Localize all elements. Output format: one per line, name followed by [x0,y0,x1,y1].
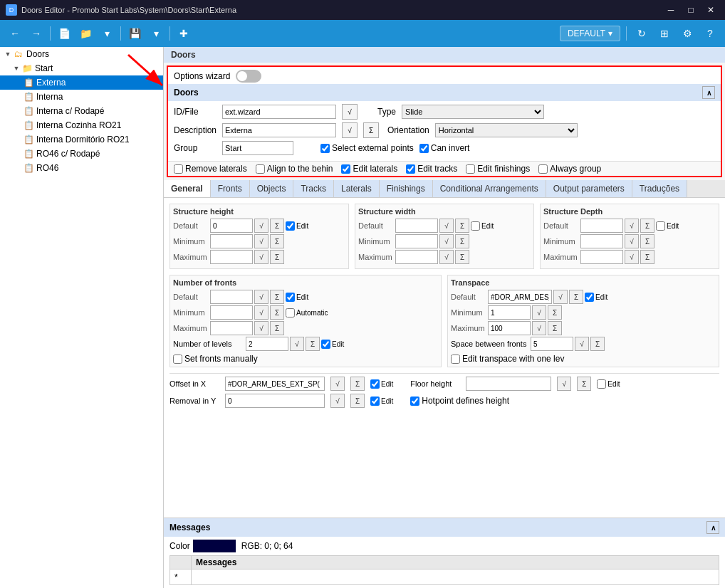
restore-button[interactable]: □ [682,3,699,17]
width-min-sigma[interactable]: Σ [455,234,469,248]
transpace-edit-checkbox[interactable]: Edit [585,293,607,302]
tab-output[interactable]: Output parameters [546,180,632,197]
width-sqrt[interactable]: √ [439,219,454,233]
messages-collapse-button[interactable]: ∧ [706,521,719,534]
levels-sigma[interactable]: Σ [306,337,320,351]
tab-fronts[interactable]: Fronts [211,180,250,197]
depth-max-sigma[interactable]: Σ [640,250,654,264]
default-button[interactable]: DEFAULT ▾ [560,26,620,41]
offset-edit-checkbox[interactable]: Edit [370,379,393,389]
fronts-min-sigma[interactable]: Σ [270,305,284,320]
offset-sqrt[interactable]: √ [330,377,345,391]
orientation-select[interactable]: Horizontal [435,123,578,137]
set-fronts-checkbox[interactable]: Set fronts manually [173,354,438,364]
sidebar-item-interna[interactable]: 📋 Interna [0,90,163,104]
edit-tracks-checkbox[interactable]: Edit tracks [406,164,457,174]
transpace-min-sqrt[interactable]: √ [532,305,546,320]
removal-sqrt[interactable]: √ [330,394,345,408]
height-min-input[interactable] [210,234,253,248]
new-button[interactable]: 📄 [55,24,73,43]
width-max-input[interactable] [395,250,438,264]
tab-tracks[interactable]: Tracks [293,180,334,197]
fronts-max-sigma[interactable]: Σ [270,321,284,335]
description-input[interactable] [222,123,336,137]
edit-finishings-checkbox[interactable]: Edit finishings [466,164,530,174]
help-button[interactable]: ? [701,24,719,43]
sqrt-icon[interactable]: √ [342,122,358,138]
edit-transpace-checkbox[interactable]: Edit transpace with one lev [451,354,716,364]
fronts-sqrt[interactable]: √ [254,290,268,304]
transpace-min-input[interactable] [488,305,531,320]
floor-edit-checkbox[interactable]: Edit [597,379,620,389]
sidebar-item-interna-cozinha[interactable]: 📋 Interna Cozinha RO21 [0,118,163,132]
removal-y-input[interactable] [225,394,325,408]
width-edit-checkbox[interactable]: Edit [471,221,494,231]
width-sigma[interactable]: Σ [455,219,469,233]
depth-max-sqrt[interactable]: √ [625,250,639,264]
table-row-msg[interactable] [192,569,719,585]
height-min-sqrt[interactable]: √ [254,234,268,248]
fronts-max-sqrt[interactable]: √ [254,321,268,335]
levels-sqrt[interactable]: √ [290,337,304,351]
depth-sigma[interactable]: Σ [640,219,654,233]
depth-default-input[interactable] [580,219,623,233]
offset-sigma[interactable]: Σ [350,377,365,391]
levels-edit-checkbox[interactable]: Edit [321,340,344,349]
fronts-min-sqrt[interactable]: √ [254,305,268,320]
id-file-input[interactable] [222,105,336,119]
height-sqrt-button[interactable]: √ [254,219,268,233]
sidebar-item-start[interactable]: ▼ 📁 Start [0,61,163,75]
fronts-edit-checkbox[interactable]: Edit [286,293,308,302]
transpace-max-sigma[interactable]: Σ [548,321,562,335]
tab-laterals[interactable]: Laterals [334,180,380,197]
fronts-default-input[interactable] [210,290,253,304]
edit-laterals-checkbox[interactable]: Edit laterals [341,164,397,174]
remove-laterals-checkbox[interactable]: Remove laterals [174,164,247,174]
back-button[interactable]: ← [6,24,24,43]
tab-conditional[interactable]: Conditional Arrangements [433,180,546,197]
floor-sqrt[interactable]: √ [557,377,571,391]
refresh-button[interactable]: ↻ [632,24,651,43]
folder-button[interactable]: 📁 [76,24,95,43]
width-default-input[interactable] [395,219,438,233]
add-button[interactable]: ✚ [174,24,193,43]
can-invert-checkbox[interactable]: Can invert [419,143,470,153]
color-preview[interactable] [193,540,236,552]
transpace-default-input[interactable] [488,290,552,304]
id-file-wizard-button[interactable]: √ [342,104,358,120]
tab-traducoes[interactable]: Traduções [632,180,687,197]
always-group-checkbox[interactable]: Always group [538,164,601,174]
close-button[interactable]: ✕ [702,3,719,17]
transpace-max-input[interactable] [488,321,531,335]
height-max-sigma[interactable]: Σ [270,250,284,264]
num-levels-input[interactable] [246,337,288,351]
transpace-min-sigma[interactable]: Σ [548,305,562,320]
fronts-min-input[interactable] [210,305,253,320]
width-min-sqrt[interactable]: √ [439,234,454,248]
type-select[interactable]: Slide [402,105,544,119]
depth-min-sigma[interactable]: Σ [640,234,654,248]
height-edit-checkbox[interactable]: Edit [286,221,308,231]
width-min-input[interactable] [395,234,438,248]
depth-max-input[interactable] [580,250,623,264]
minimize-button[interactable]: ─ [662,3,679,17]
height-sigma-button[interactable]: Σ [270,219,284,233]
tab-objects[interactable]: Objects [250,180,294,197]
height-max-sqrt[interactable]: √ [254,250,268,264]
height-max-input[interactable] [210,250,253,264]
sidebar-item-externa[interactable]: 📋 Externa [0,75,163,90]
transpace-sqrt[interactable]: √ [553,290,568,304]
depth-min-input[interactable] [580,234,623,248]
depth-sqrt[interactable]: √ [625,219,639,233]
space-sqrt[interactable]: √ [575,337,589,351]
sidebar-item-ro46[interactable]: 📋 RO46 [0,161,163,175]
hotpoint-checkbox[interactable]: Hotpoint defines height [410,396,509,406]
transpace-max-sqrt[interactable]: √ [532,321,546,335]
sigma-icon[interactable]: Σ [363,122,379,138]
height-min-sigma[interactable]: Σ [270,234,284,248]
space-sigma[interactable]: Σ [590,337,605,351]
options-wizard-toggle[interactable] [236,70,261,83]
gear-button[interactable]: ⚙ [678,24,697,43]
align-to-behind-checkbox[interactable]: Align to the behin [256,164,333,174]
floor-sigma[interactable]: Σ [577,377,591,391]
